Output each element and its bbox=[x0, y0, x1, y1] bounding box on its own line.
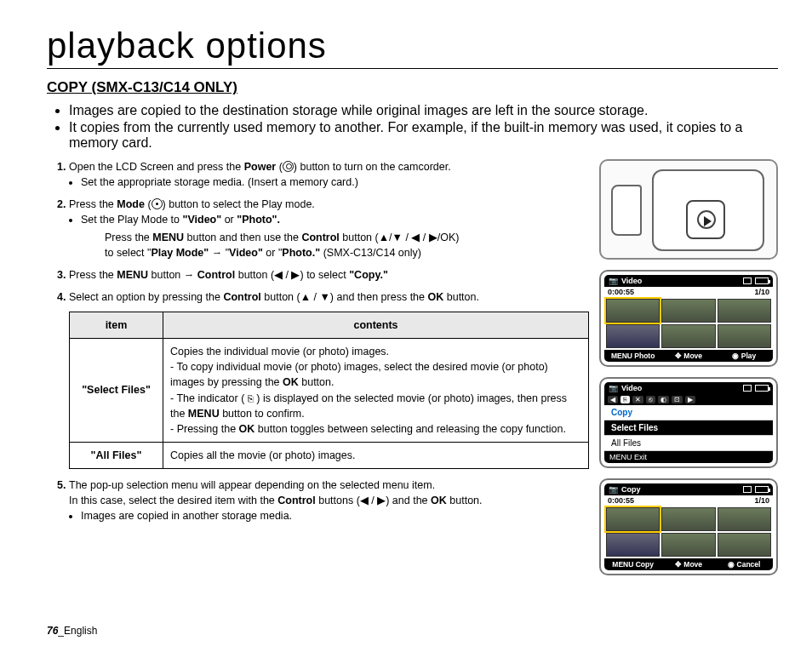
text: The pop-up selection menu will appear de… bbox=[69, 479, 435, 491]
lcd-label: Cancel bbox=[737, 560, 761, 569]
thumbnail bbox=[606, 299, 660, 323]
step-2: Press the Mode () button to select the P… bbox=[69, 197, 589, 260]
step-3: Press the MENU button → Control button (… bbox=[69, 267, 589, 283]
text: "Photo". bbox=[237, 214, 280, 226]
play-button-icon bbox=[686, 200, 725, 239]
lcd-label: Play bbox=[741, 352, 757, 360]
text: Select an option by pressing the bbox=[69, 291, 223, 303]
thumbnail bbox=[661, 533, 715, 557]
power-label: Power bbox=[244, 161, 277, 173]
thumbnail bbox=[606, 324, 660, 348]
lcd-count: 1/10 bbox=[754, 496, 769, 505]
lcd-time: 0:00:55 bbox=[608, 288, 634, 296]
thumbnail bbox=[718, 507, 771, 531]
row-select-files-content: Copies the individual movie (or photo) i… bbox=[163, 339, 589, 443]
text: Photo." bbox=[282, 247, 320, 259]
row-select-files: "Select Files" bbox=[70, 339, 163, 443]
battery-icon bbox=[755, 486, 769, 493]
battery-icon bbox=[755, 385, 769, 392]
lcd-title: Video bbox=[621, 277, 642, 285]
thumbnail bbox=[661, 507, 715, 531]
lcd-label: MENU Photo bbox=[608, 352, 658, 360]
intro-item: Images are copied to the destination sto… bbox=[69, 103, 778, 118]
th-contents: contents bbox=[163, 312, 589, 339]
text: Press the bbox=[69, 198, 117, 210]
intro-list: Images are copied to the destination sto… bbox=[47, 103, 778, 151]
text: "Video" bbox=[183, 214, 222, 226]
text: Copies the individual movie (or photo) i… bbox=[170, 346, 389, 357]
text: or bbox=[221, 214, 237, 226]
mode-label: Mode bbox=[117, 198, 145, 210]
lcd-title: Copy bbox=[621, 485, 641, 494]
figure-column: 📷Video 0:00:551/10 MENU Photo✥ Move◉ Pla… bbox=[599, 159, 778, 586]
lcd-label: MENU Copy bbox=[608, 560, 658, 569]
text: button (◀ / ▶) to select bbox=[235, 269, 349, 281]
text: Control bbox=[197, 269, 235, 281]
text: The indicator ( bbox=[176, 392, 244, 404]
text: button. bbox=[299, 376, 335, 388]
text: OK bbox=[431, 495, 447, 506]
lcd-title: Video bbox=[621, 384, 642, 392]
text: button to confirm. bbox=[220, 408, 305, 420]
main-content: Open the LCD Screen and press the Power … bbox=[47, 159, 589, 586]
text: Press the bbox=[105, 232, 152, 243]
text: "Copy." bbox=[349, 269, 388, 281]
text: Control bbox=[301, 232, 339, 243]
lcd-time: 0:00:55 bbox=[608, 496, 634, 505]
text: to select " bbox=[105, 247, 151, 259]
th-item: item bbox=[70, 312, 163, 339]
text: OK bbox=[283, 376, 299, 388]
thumbnail bbox=[606, 507, 660, 531]
text: Play Mode" bbox=[151, 247, 209, 259]
intro-item: It copies from the currently used memory… bbox=[69, 120, 778, 151]
card-icon bbox=[743, 486, 752, 493]
step5-sub: Images are copied in another storage med… bbox=[81, 508, 589, 523]
power-icon bbox=[283, 161, 294, 172]
card-icon bbox=[743, 277, 752, 284]
lcd-label: Move bbox=[683, 352, 702, 360]
lcd-count: 1/10 bbox=[754, 288, 769, 296]
text: Control bbox=[277, 495, 315, 506]
step2-sub: Set the Play Mode to "Video" or "Photo".… bbox=[81, 212, 589, 260]
text: Open the LCD Screen and press the bbox=[69, 161, 244, 173]
step-4: Select an option by pressing the Control… bbox=[69, 289, 589, 469]
text: button and then use the bbox=[184, 232, 301, 243]
menu-item-select-files: Select Files bbox=[604, 420, 773, 436]
text: button (▲ / ▼) and then press the bbox=[261, 291, 428, 303]
text: buttons (◀ / ▶) and the bbox=[316, 495, 431, 506]
text: button → bbox=[148, 269, 197, 281]
text: Press the bbox=[69, 269, 117, 281]
lcd-label: Move bbox=[683, 560, 702, 569]
step1-sub: Set the appropriate storage media. (Inse… bbox=[81, 174, 589, 190]
step-1: Open the LCD Screen and press the Power … bbox=[69, 159, 589, 190]
page-lang: _English bbox=[58, 625, 97, 637]
thumbnail bbox=[718, 533, 771, 557]
steps-list: Open the LCD Screen and press the Power … bbox=[47, 159, 589, 523]
text: Control bbox=[223, 291, 260, 303]
row-all-files: "All Files" bbox=[70, 442, 163, 468]
text: button to select the Play mode. bbox=[166, 198, 315, 210]
row-all-files-content: Copies all the movie (or photo) images. bbox=[163, 442, 589, 468]
lcd-screen-copy-menu: 📷Video ◀⎘✕⎋◐⊡▶ Copy Select Files All Fil… bbox=[599, 377, 778, 468]
page-title: playback options bbox=[47, 26, 778, 69]
text: MENU bbox=[117, 269, 148, 281]
text: MENU bbox=[152, 232, 184, 243]
page-digit: 76 bbox=[47, 625, 58, 637]
thumbnail bbox=[661, 299, 715, 323]
thumbnail bbox=[661, 324, 715, 348]
menu-item-copy: Copy bbox=[604, 405, 773, 420]
text: button. bbox=[447, 495, 483, 506]
text: (SMX-C13/C14 only) bbox=[320, 247, 421, 259]
thumbnail bbox=[718, 324, 771, 348]
camcorder-illustration bbox=[599, 159, 778, 260]
text: button. bbox=[443, 291, 479, 303]
step-5: The pop-up selection menu will appear de… bbox=[69, 478, 589, 523]
text: button to turn on the camcorder. bbox=[297, 161, 451, 173]
copy-indicator-icon: ⎘ bbox=[248, 392, 254, 406]
menu-exit: MENU Exit bbox=[604, 451, 773, 463]
thumbnail bbox=[718, 299, 771, 323]
menu-item-all-files: All Files bbox=[604, 436, 773, 451]
text: Video" bbox=[229, 247, 263, 259]
text: → " bbox=[209, 247, 229, 259]
section-heading: COPY (SMX-C13/C14 ONLY) bbox=[47, 79, 778, 96]
